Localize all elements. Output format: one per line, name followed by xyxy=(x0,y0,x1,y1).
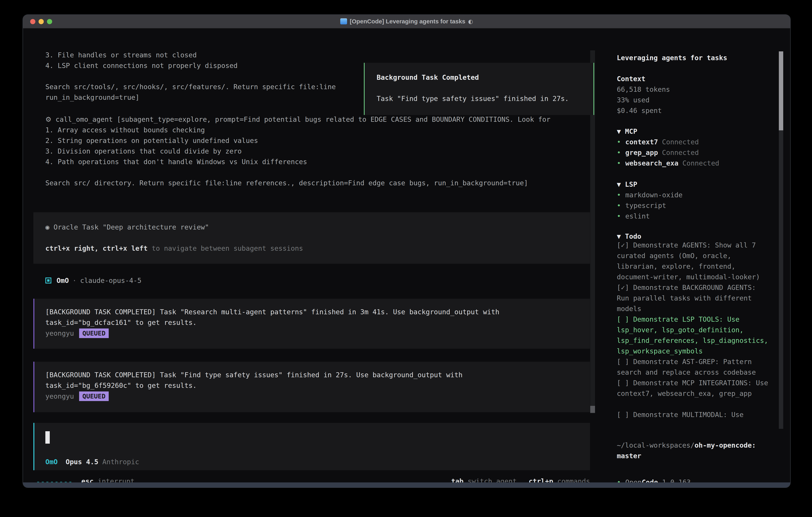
todo-item: [ ] Demonstrate AST-GREP: Pattern search… xyxy=(617,356,771,378)
mcp-item: •websearch_exaConnected xyxy=(617,158,771,168)
context-stat: $0.46 spent xyxy=(617,105,771,116)
window-bottom-edge xyxy=(23,483,790,487)
titlebar[interactable]: [OpenCode] Leveraging agents for tasks ◐ xyxy=(23,15,790,28)
background-task-message: [BACKGROUND TASK COMPLETED] Task "Resear… xyxy=(33,299,590,349)
message-line: task_id="bg_dcfac161" to get results. xyxy=(46,317,590,328)
active-agent-label[interactable]: OmO xyxy=(46,458,58,466)
lsp-item: •typescript xyxy=(617,200,771,211)
notification-body: Task "Find type safety issues" finished … xyxy=(377,93,593,104)
todo-item: [✓] Demonstrate BACKGROUND AGENTS: Run p… xyxy=(617,282,771,314)
tool-call-block: ⚙ call_omo_agent [subagent_type=explore,… xyxy=(46,114,589,188)
bullet-icon: • xyxy=(617,201,621,210)
active-model-label: Opus 4.5 xyxy=(65,458,98,466)
context-section: Context 66,518 tokens33% used$0.46 spent xyxy=(617,74,771,116)
oracle-task-title: ◉ Oracle Task "Deep architecture review" xyxy=(46,222,590,233)
background-task-message: [BACKGROUND TASK COMPLETED] Task "Find t… xyxy=(33,362,590,412)
gear-icon: ⚙ xyxy=(46,115,51,124)
lsp-item: •markdown-oxide xyxy=(617,190,771,200)
terminal-content: 3. File handles or streams not closed4. … xyxy=(23,29,790,483)
status-badge: QUEUED xyxy=(79,328,109,338)
lsp-section: ▼ LSP •markdown-oxide•typescript•eslint xyxy=(617,179,771,221)
scrollback-line: 3. File handles or streams not closed xyxy=(46,50,589,60)
lsp-heading[interactable]: ▼ LSP xyxy=(617,179,771,190)
todo-item: [✓] Demonstrate AGENTS: Show all 7 curat… xyxy=(617,240,771,282)
notification-title: Background Task Completed xyxy=(377,72,593,83)
agent-square-icon xyxy=(46,277,51,283)
mcp-section: ▼ MCP •context7Connected•grep_appConnect… xyxy=(617,126,771,168)
tool-call-line: 1. Array access without bounds checking xyxy=(46,125,589,135)
bullet-icon: • xyxy=(617,138,621,146)
agent-name: OmO xyxy=(57,276,69,284)
provider-label: Anthropic xyxy=(102,458,139,466)
text-cursor xyxy=(46,431,50,444)
bullet-icon: • xyxy=(617,148,621,157)
agent-model: claude-opus-4-5 xyxy=(80,276,142,284)
message-line: [BACKGROUND TASK COMPLETED] Task "Resear… xyxy=(46,307,590,317)
prompt-input[interactable]: OmO Opus 4.5 Anthropic xyxy=(33,423,590,470)
git-branch: master xyxy=(617,452,641,460)
context-heading: Context xyxy=(617,74,771,84)
tool-call-line: Search src/ directory. Return specific f… xyxy=(46,178,589,188)
tool-call-line: 2. String operations on potentially unde… xyxy=(46,135,589,146)
todo-list: [✓] Demonstrate AGENTS: Show all 7 curat… xyxy=(617,240,771,420)
message-line: task_id="bg_6f59260c" to get results. xyxy=(46,380,590,391)
bullet-icon: • xyxy=(617,191,621,199)
agent-session-header[interactable]: OmO · claude-opus-4-5 xyxy=(46,275,142,286)
username: yeongyu xyxy=(46,392,74,400)
tool-call-line xyxy=(46,167,589,178)
terminal-window: [OpenCode] Leveraging agents for tasks ◐… xyxy=(23,15,791,488)
bullet-icon: • xyxy=(617,159,621,167)
window-controls xyxy=(30,15,52,28)
tool-call-header: ⚙ call_omo_agent [subagent_type=explore,… xyxy=(46,114,589,125)
oracle-task-hint: ctrl+x right, ctrl+x left to navigate be… xyxy=(46,243,590,254)
tool-call-line: 3. Division operations that could divide… xyxy=(46,146,589,157)
document-icon xyxy=(340,19,347,24)
context-stat: 66,518 tokens xyxy=(617,84,771,95)
fisheye-icon: ◉ xyxy=(46,223,49,231)
mcp-item: •context7Connected xyxy=(617,137,771,147)
input-footer: OmO Opus 4.5 Anthropic xyxy=(46,458,139,466)
session-title: Leveraging agents for tasks xyxy=(617,53,771,63)
todo-item: [ ] Demonstrate MULTIMODAL: Use xyxy=(617,409,771,420)
window-title: [OpenCode] Leveraging agents for tasks xyxy=(350,18,465,25)
minimize-button[interactable] xyxy=(38,19,44,24)
mcp-heading[interactable]: ▼ MCP xyxy=(617,126,771,137)
status-badge: QUEUED xyxy=(79,391,109,401)
context-stat: 33% used xyxy=(617,95,771,105)
mcp-item: •grep_appConnected xyxy=(617,147,771,158)
separator-dot: · xyxy=(72,276,76,284)
tool-call-body: 1. Array access without bounds checking2… xyxy=(46,125,589,188)
chat-scrollbar-thumb[interactable] xyxy=(590,406,595,413)
toast-notification[interactable]: Background Task Completed Task "Find typ… xyxy=(364,63,594,115)
half-circle-icon: ◐ xyxy=(468,18,473,25)
message-line: [BACKGROUND TASK COMPLETED] Task "Find t… xyxy=(46,370,590,380)
bullet-icon: • xyxy=(617,212,621,220)
lsp-item: •eslint xyxy=(617,211,771,221)
sidebar-scrollbar-thumb[interactable] xyxy=(779,51,783,130)
oracle-task-card: ◉ Oracle Task "Deep architecture review"… xyxy=(33,212,590,264)
tool-call-line: 4. Path operations that don't handle Win… xyxy=(46,157,589,167)
todo-item: [ ] Demonstrate MCP INTEGRATIONS: Use co… xyxy=(617,378,771,399)
workspace-path: ~/local-workspaces/oh-my-opencode:master xyxy=(617,440,771,461)
zoom-button[interactable] xyxy=(47,19,52,24)
sidebar-scrollbar[interactable] xyxy=(779,51,783,429)
todo-item: [ ] Demonstrate LSP TOOLS: Use lsp_hover… xyxy=(617,314,771,356)
close-button[interactable] xyxy=(30,19,35,24)
username: yeongyu xyxy=(46,329,74,337)
